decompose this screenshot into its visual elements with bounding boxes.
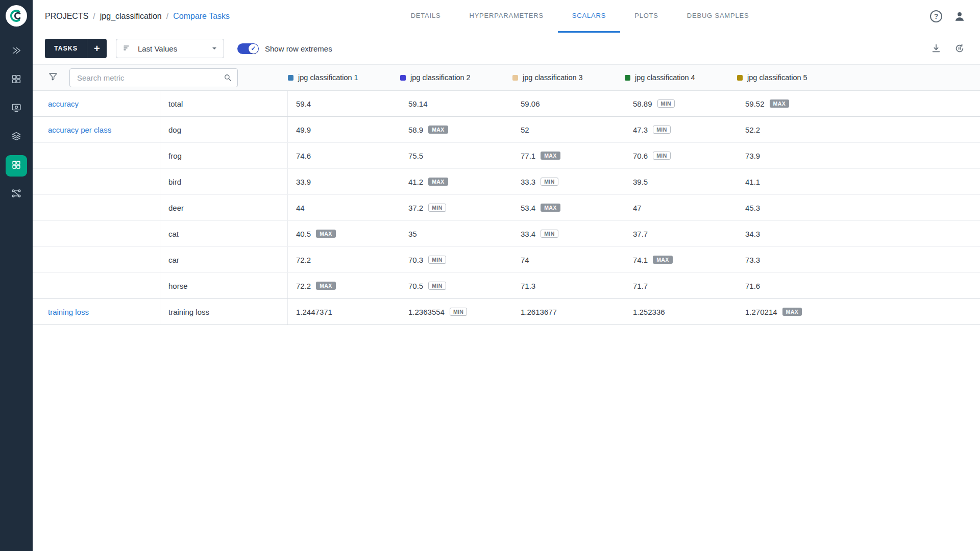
value-cell: 71.6 xyxy=(737,273,849,298)
pipeline-icon xyxy=(11,188,22,201)
add-task-button[interactable]: + xyxy=(87,39,107,58)
tasks-button[interactable]: TASKS + xyxy=(45,39,107,58)
tab-scalars[interactable]: SCALARS xyxy=(558,0,620,33)
variant-cell: cat xyxy=(160,221,288,246)
sidebar-item-pipelines[interactable] xyxy=(6,184,27,205)
show-row-extremes-toggle[interactable]: ✓ xyxy=(237,43,259,54)
tab-hyperparameters[interactable]: HYPERPARAMETERS xyxy=(455,0,557,33)
value-cell: 59.52MAX xyxy=(737,91,849,116)
breadcrumb-project[interactable]: jpg_classification xyxy=(100,12,162,21)
metric-link[interactable]: accuracy per class xyxy=(48,126,111,134)
metric-link[interactable]: training loss xyxy=(48,308,89,316)
user-avatar[interactable] xyxy=(952,9,967,23)
extreme-badge-min: MIN xyxy=(653,126,670,134)
table-row: cat40.5MAX3533.4MIN37.734.3 xyxy=(33,221,980,247)
metric-value: 39.5 xyxy=(633,178,648,186)
table-row: accuracy per classdog49.958.9MAX5247.3MI… xyxy=(33,117,980,143)
metric-value: 72.2 xyxy=(296,282,311,290)
extreme-badge-max: MAX xyxy=(541,204,560,212)
variant-cell: horse xyxy=(160,273,288,298)
metric-value: 72.2 xyxy=(296,256,311,264)
value-cell: 1.270214MAX xyxy=(737,299,849,324)
value-cell: 72.2 xyxy=(288,247,400,272)
clearml-logo[interactable] xyxy=(6,5,27,27)
metric-value: 35 xyxy=(408,230,417,238)
metric-value: 1.2363554 xyxy=(408,308,445,316)
auto-refresh-icon xyxy=(954,43,965,54)
metric-group: accuracy per classdog49.958.9MAX5247.3MI… xyxy=(33,117,980,299)
value-cell: 74 xyxy=(512,247,625,272)
value-cell: 59.4 xyxy=(288,91,400,116)
auto-refresh-button[interactable] xyxy=(952,41,967,56)
sidebar xyxy=(0,0,33,551)
series-color-swatch xyxy=(737,75,743,81)
variant-cell: frog xyxy=(160,143,288,168)
metric-value: 52 xyxy=(521,126,529,134)
metric-link[interactable]: accuracy xyxy=(48,99,79,108)
metric-value: 41.2 xyxy=(408,178,423,186)
value-cell: 1.2363554MIN xyxy=(400,299,512,324)
values-mode-dropdown[interactable]: Last Values xyxy=(116,39,224,58)
column-label: jpg classification 2 xyxy=(410,73,471,82)
tab-debug-samples[interactable]: DEBUG SAMPLES xyxy=(673,0,764,33)
value-cell: 75.5 xyxy=(400,143,512,168)
sidebar-item-getting-started[interactable] xyxy=(6,41,27,62)
download-button[interactable] xyxy=(929,41,943,56)
metric-value: 71.6 xyxy=(745,282,760,290)
table-header: jpg classification 1jpg classification 2… xyxy=(33,64,980,91)
value-cell: 74.1MAX xyxy=(625,247,737,272)
extreme-badge-max: MAX xyxy=(428,126,448,134)
table-row: training losstraining loss1.24473711.236… xyxy=(33,299,980,324)
tasks-button-label: TASKS xyxy=(45,39,87,58)
breadcrumb-separator: / xyxy=(93,12,95,21)
apps-icon xyxy=(11,159,22,172)
value-cell: 45.3 xyxy=(737,195,849,220)
extreme-badge-max: MAX xyxy=(428,178,448,186)
metric-value: 1.2613677 xyxy=(521,308,557,316)
value-cell: 37.7 xyxy=(625,221,737,246)
metric-value: 52.2 xyxy=(745,126,760,134)
metric-value: 70.3 xyxy=(408,256,423,264)
value-cell: 71.3 xyxy=(512,273,625,298)
sidebar-item-datasets[interactable] xyxy=(6,127,27,148)
help-button[interactable]: ? xyxy=(930,10,942,22)
value-cell: 59.06 xyxy=(512,91,625,116)
tab-details[interactable]: DETAILS xyxy=(397,0,455,33)
value-cell: 73.9 xyxy=(737,143,849,168)
column-label: jpg classification 5 xyxy=(747,73,807,82)
extreme-badge-min: MIN xyxy=(657,99,675,108)
sidebar-item-projects[interactable] xyxy=(6,98,27,119)
value-cell: 44 xyxy=(288,195,400,220)
column-label: jpg classification 4 xyxy=(635,73,695,82)
search-input[interactable] xyxy=(76,73,223,83)
series-color-swatch xyxy=(625,75,630,81)
metric-name-cell: training loss xyxy=(33,299,160,324)
column-header[interactable]: jpg classification 3 xyxy=(512,73,625,82)
extreme-badge-min: MIN xyxy=(450,308,467,316)
value-cell: 70.6MIN xyxy=(625,143,737,168)
layers-icon xyxy=(11,131,22,144)
column-header[interactable]: jpg classification 1 xyxy=(288,73,400,82)
metric-value: 40.5 xyxy=(296,230,311,238)
variant-cell: dog xyxy=(160,117,288,142)
value-cell: 71.7 xyxy=(625,273,737,298)
column-header[interactable]: jpg classification 5 xyxy=(737,73,849,82)
extreme-badge-min: MIN xyxy=(428,256,446,264)
metrics-table: jpg classification 1jpg classification 2… xyxy=(33,64,980,551)
variant-cell: deer xyxy=(160,195,288,220)
sidebar-nav xyxy=(6,41,27,205)
filter-icon[interactable] xyxy=(48,71,58,84)
person-icon xyxy=(953,10,966,23)
breadcrumb-projects[interactable]: PROJECTS xyxy=(45,12,88,21)
value-cell: 70.5MIN xyxy=(400,273,512,298)
sidebar-item-dashboard[interactable] xyxy=(6,69,27,91)
tab-plots[interactable]: PLOTS xyxy=(620,0,673,33)
value-cell: 49.9 xyxy=(288,117,400,142)
extreme-badge-min: MIN xyxy=(541,178,558,186)
value-cell: 47 xyxy=(625,195,737,220)
question-icon: ? xyxy=(934,12,939,20)
column-header[interactable]: jpg classification 2 xyxy=(400,73,512,82)
sidebar-item-reports[interactable] xyxy=(6,155,27,177)
column-header[interactable]: jpg classification 4 xyxy=(625,73,737,82)
metric-group: accuracytotal59.459.1459.0658.89MIN59.52… xyxy=(33,91,980,117)
